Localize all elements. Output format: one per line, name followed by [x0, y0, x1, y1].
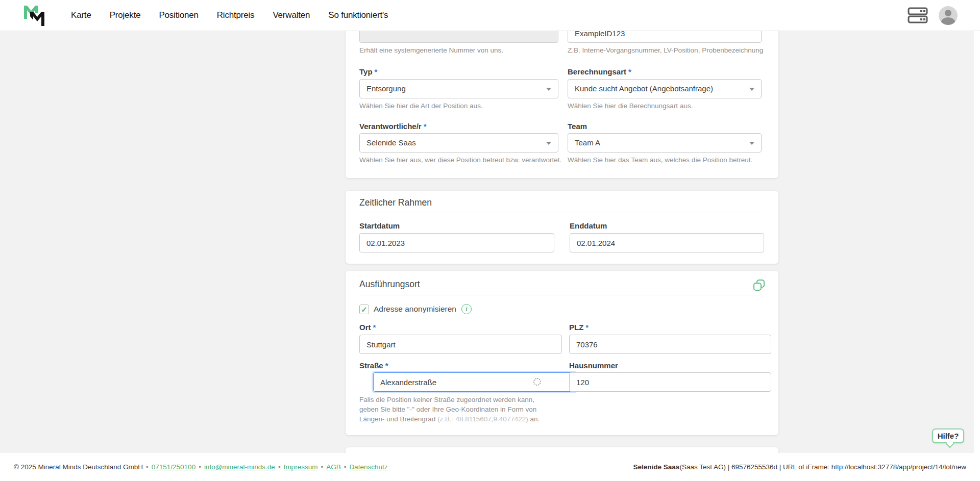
- footer-link-impressum[interactable]: Impressum: [284, 463, 318, 471]
- enddatum-input[interactable]: [570, 233, 764, 252]
- chevron-down-icon: [749, 88, 754, 91]
- footer-link-datenschutz[interactable]: Datenschutz: [349, 463, 387, 471]
- nav-item-projekte[interactable]: Projekte: [110, 10, 141, 20]
- chevron-down-icon: [749, 142, 754, 145]
- avatar-head: [945, 10, 951, 16]
- required-asterisk: *: [373, 323, 376, 332]
- info-icon[interactable]: i: [461, 304, 472, 314]
- section-title-zeitlicher-rahmen: Zeitlicher Rahmen: [359, 197, 432, 208]
- typ-hint: Wählen Sie hier die Art der Position aus…: [359, 102, 558, 110]
- navbar: Karte Projekte Positionen Richtpreis Ver…: [0, 0, 980, 31]
- required-asterisk: *: [628, 67, 631, 76]
- card-ausfuehrungsort: Ausführungsort ✓ Adresse anonymisieren i…: [346, 271, 778, 435]
- avatar-body: [941, 17, 955, 25]
- separator: •: [278, 463, 281, 471]
- divider: [359, 213, 765, 213]
- plz-input[interactable]: [569, 335, 771, 354]
- verantwortliche-hint: Wählen Sie hier aus, wer diese Position …: [359, 156, 558, 164]
- anonymize-label: Adresse anonymisieren: [374, 305, 456, 314]
- strasse-label: Straße*: [359, 361, 562, 370]
- required-asterisk: *: [385, 361, 388, 370]
- chevron-down-icon: [546, 88, 551, 91]
- divider: [359, 295, 765, 295]
- startdatum-label: Startdatum: [359, 221, 554, 230]
- hausnummer-input[interactable]: [569, 372, 771, 392]
- anonymize-row: ✓ Adresse anonymisieren i: [359, 303, 472, 315]
- app-screen: Erhält eine systemgenerierte Nummer von …: [0, 0, 980, 481]
- card-zeitlicher-rahmen: Zeitlicher Rahmen Startdatum Enddatum: [346, 191, 778, 264]
- navbar-right: [907, 0, 958, 31]
- system-number-hint: Erhält eine systemgenerierte Nummer von …: [359, 46, 558, 54]
- mineral-minds-logo[interactable]: [24, 5, 45, 27]
- scrollbar-track[interactable]: [974, 31, 980, 453]
- footer-link-email[interactable]: info@mineral-minds.de: [204, 463, 275, 471]
- main-content: Erhält eine systemgenerierte Nummer von …: [0, 31, 980, 453]
- footer-link-agb[interactable]: AGB: [326, 463, 341, 471]
- system-number-input: [359, 31, 558, 43]
- user-avatar[interactable]: [939, 6, 958, 25]
- nav-item-karte[interactable]: Karte: [71, 10, 91, 20]
- team-hint: Wählen Sie hier das Team aus, welches di…: [568, 156, 762, 164]
- enddatum-label: Enddatum: [570, 221, 764, 230]
- separator: •: [199, 463, 201, 471]
- card-position-details: Erhält eine systemgenerierte Nummer von …: [346, 31, 778, 178]
- startdatum-input[interactable]: [359, 233, 554, 252]
- nav-item-verwalten[interactable]: Verwalten: [273, 10, 310, 20]
- strasse-help-text: Falls die Position keiner Straße zugeord…: [359, 395, 553, 424]
- hausnummer-label: Hausnummer: [569, 361, 771, 370]
- section-title-ausfuehrungsort: Ausführungsort: [359, 279, 420, 290]
- team-select[interactable]: Team A: [568, 133, 762, 153]
- ort-label: Ort*: [359, 323, 562, 332]
- typ-select[interactable]: Entsorgung: [359, 79, 558, 98]
- required-asterisk: *: [375, 67, 378, 76]
- berechnungsart-select[interactable]: Kunde sucht Angebot (Angebotsanfrage): [568, 79, 762, 98]
- external-id-input[interactable]: [568, 31, 762, 43]
- loading-spinner-icon: [533, 378, 541, 386]
- chevron-down-icon: [546, 142, 551, 145]
- nav-links: Karte Projekte Positionen Richtpreis Ver…: [71, 0, 388, 31]
- nav-item-richtpreis[interactable]: Richtpreis: [217, 10, 255, 20]
- footer-session-info: Selenide Saas (Saas Test AG) | 695762555…: [633, 453, 966, 481]
- required-asterisk: *: [585, 323, 589, 332]
- berechnungsart-hint: Wählen Sie hier die Berechnungsart aus.: [568, 102, 762, 110]
- typ-label: Typ*: [359, 67, 558, 76]
- separator: •: [321, 463, 323, 471]
- verantwortliche-select[interactable]: Selenide Saas: [359, 133, 558, 153]
- checkmark-icon: ✓: [361, 306, 368, 313]
- card-next-section: [346, 447, 778, 453]
- footer-left: © 2025 Mineral Minds Deutschland GmbH • …: [14, 453, 387, 481]
- footer-session-details: (Saas Test AG) | 69576255536d | URL of i…: [679, 463, 966, 471]
- required-asterisk: *: [424, 122, 427, 131]
- separator: •: [146, 463, 149, 471]
- verantwortliche-label: Verantwortliche/r*: [359, 122, 558, 131]
- footer-username: Selenide Saas: [633, 463, 680, 471]
- separator: •: [344, 463, 347, 471]
- strasse-input[interactable]: [373, 372, 576, 392]
- plz-label: PLZ*: [569, 323, 771, 332]
- footer: © 2025 Mineral Minds Deutschland GmbH • …: [0, 453, 980, 481]
- ort-input[interactable]: [359, 335, 562, 354]
- team-label: Team: [568, 122, 762, 131]
- berechnungsart-label: Berechnungsart*: [568, 67, 762, 76]
- copyright-text: © 2025 Mineral Minds Deutschland GmbH: [14, 463, 143, 471]
- nav-item-so-funktionierts[interactable]: So funktioniert's: [328, 10, 388, 20]
- nav-item-positionen[interactable]: Positionen: [159, 10, 198, 20]
- copy-icon[interactable]: [753, 279, 765, 291]
- anonymize-checkbox[interactable]: ✓: [359, 305, 369, 314]
- server-icon[interactable]: [907, 7, 928, 23]
- footer-link-phone[interactable]: 07151/250100: [152, 463, 195, 471]
- external-id-hint: Z.B. Interne-Vorgangsnummer, LV-Position…: [568, 46, 762, 54]
